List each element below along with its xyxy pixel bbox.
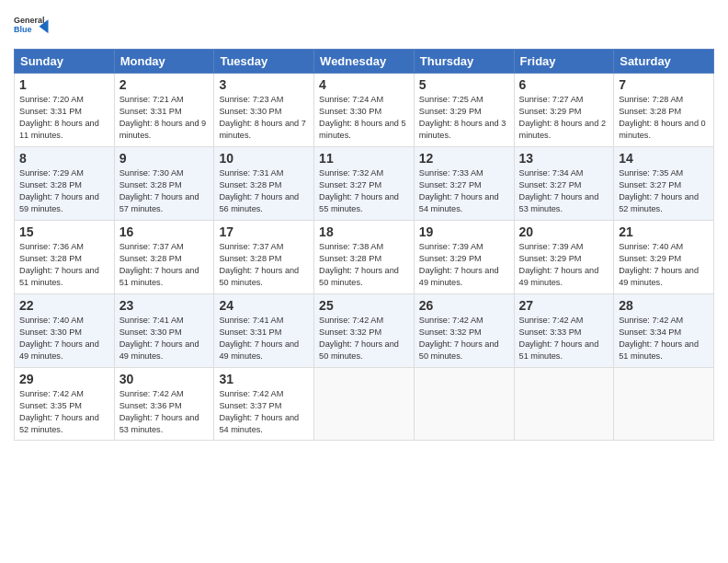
day-info: Sunrise: 7:25 AMSunset: 3:29 PMDaylight:… [419,94,509,142]
day-number: 25 [319,298,409,313]
day-info: Sunrise: 7:31 AMSunset: 3:28 PMDaylight:… [219,167,309,215]
day-info: Sunrise: 7:37 AMSunset: 3:28 PMDaylight:… [119,241,210,289]
svg-text:Blue: Blue [14,25,32,34]
day-number: 9 [119,151,210,166]
day-info: Sunrise: 7:42 AMSunset: 3:34 PMDaylight:… [619,315,709,362]
logo-svg: General Blue [14,9,51,41]
week-row-3: 15 Sunrise: 7:36 AMSunset: 3:28 PMDaylig… [15,221,714,294]
calendar-cell: 1 Sunrise: 7:20 AMSunset: 3:31 PMDayligh… [15,74,115,147]
calendar-cell: 31 Sunrise: 7:42 AMSunset: 3:37 PMDaylig… [214,368,314,441]
day-number: 4 [319,77,409,92]
day-info: Sunrise: 7:40 AMSunset: 3:29 PMDaylight:… [619,241,709,289]
calendar-cell: 27 Sunrise: 7:42 AMSunset: 3:33 PMDaylig… [514,294,614,368]
logo: General Blue [14,9,51,41]
day-info: Sunrise: 7:29 AMSunset: 3:28 PMDaylight:… [19,167,109,215]
calendar-cell [414,368,514,441]
week-row-2: 8 Sunrise: 7:29 AMSunset: 3:28 PMDayligh… [15,147,714,221]
calendar-cell: 22 Sunrise: 7:40 AMSunset: 3:30 PMDaylig… [15,294,115,368]
day-number: 19 [419,224,509,239]
day-number: 24 [219,298,309,313]
calendar-cell: 5 Sunrise: 7:25 AMSunset: 3:29 PMDayligh… [414,74,514,147]
day-info: Sunrise: 7:39 AMSunset: 3:29 PMDaylight:… [519,241,609,289]
calendar-cell: 4 Sunrise: 7:24 AMSunset: 3:30 PMDayligh… [314,74,415,147]
day-number: 17 [219,224,309,239]
calendar-cell [314,368,415,441]
page: General Blue SundayMondayTuesdayWednesda… [0,0,728,563]
day-number: 30 [119,372,210,386]
day-number: 11 [319,151,409,166]
day-info: Sunrise: 7:30 AMSunset: 3:28 PMDaylight:… [119,167,210,215]
day-info: Sunrise: 7:42 AMSunset: 3:36 PMDaylight:… [119,388,210,436]
day-number: 5 [419,77,509,92]
day-number: 14 [619,151,709,166]
day-number: 28 [619,298,709,313]
calendar-cell [614,368,714,441]
day-number: 13 [519,151,609,166]
calendar-cell: 6 Sunrise: 7:27 AMSunset: 3:29 PMDayligh… [514,74,614,147]
day-info: Sunrise: 7:24 AMSunset: 3:30 PMDaylight:… [319,94,409,142]
day-number: 3 [219,77,309,92]
calendar-cell: 21 Sunrise: 7:40 AMSunset: 3:29 PMDaylig… [614,221,714,294]
day-number: 26 [419,298,509,313]
calendar-cell: 26 Sunrise: 7:42 AMSunset: 3:32 PMDaylig… [414,294,514,368]
day-number: 2 [119,77,210,92]
weekday-header-tuesday: Tuesday [214,50,314,74]
calendar-cell: 12 Sunrise: 7:33 AMSunset: 3:27 PMDaylig… [414,147,514,221]
calendar-cell: 8 Sunrise: 7:29 AMSunset: 3:28 PMDayligh… [15,147,115,221]
day-number: 12 [419,151,509,166]
day-info: Sunrise: 7:36 AMSunset: 3:28 PMDaylight:… [19,241,109,289]
day-info: Sunrise: 7:42 AMSunset: 3:35 PMDaylight:… [19,388,109,436]
calendar-cell: 17 Sunrise: 7:37 AMSunset: 3:28 PMDaylig… [214,221,314,294]
day-info: Sunrise: 7:23 AMSunset: 3:30 PMDaylight:… [219,94,309,142]
calendar-cell: 16 Sunrise: 7:37 AMSunset: 3:28 PMDaylig… [114,221,214,294]
day-number: 18 [319,224,409,239]
calendar-cell: 23 Sunrise: 7:41 AMSunset: 3:30 PMDaylig… [114,294,214,368]
svg-text:General: General [14,16,45,25]
calendar-cell: 25 Sunrise: 7:42 AMSunset: 3:32 PMDaylig… [314,294,415,368]
calendar-cell: 30 Sunrise: 7:42 AMSunset: 3:36 PMDaylig… [114,368,214,441]
calendar-cell: 14 Sunrise: 7:35 AMSunset: 3:27 PMDaylig… [614,147,714,221]
calendar-cell: 9 Sunrise: 7:30 AMSunset: 3:28 PMDayligh… [114,147,214,221]
weekday-header-row: SundayMondayTuesdayWednesdayThursdayFrid… [15,50,714,74]
day-number: 16 [119,224,210,239]
weekday-header-monday: Monday [114,50,214,74]
day-info: Sunrise: 7:21 AMSunset: 3:31 PMDaylight:… [119,94,210,142]
calendar-cell [514,368,614,441]
calendar-cell: 18 Sunrise: 7:38 AMSunset: 3:28 PMDaylig… [314,221,415,294]
calendar-cell: 24 Sunrise: 7:41 AMSunset: 3:31 PMDaylig… [214,294,314,368]
calendar-cell: 11 Sunrise: 7:32 AMSunset: 3:27 PMDaylig… [314,147,415,221]
day-info: Sunrise: 7:33 AMSunset: 3:27 PMDaylight:… [419,167,509,215]
day-number: 15 [19,224,109,239]
calendar-cell: 13 Sunrise: 7:34 AMSunset: 3:27 PMDaylig… [514,147,614,221]
day-info: Sunrise: 7:20 AMSunset: 3:31 PMDaylight:… [19,94,109,142]
day-info: Sunrise: 7:35 AMSunset: 3:27 PMDaylight:… [619,167,709,215]
day-info: Sunrise: 7:41 AMSunset: 3:31 PMDaylight:… [219,315,309,362]
day-number: 20 [519,224,609,239]
calendar-cell: 29 Sunrise: 7:42 AMSunset: 3:35 PMDaylig… [15,368,115,441]
day-info: Sunrise: 7:32 AMSunset: 3:27 PMDaylight:… [319,167,409,215]
calendar-cell: 19 Sunrise: 7:39 AMSunset: 3:29 PMDaylig… [414,221,514,294]
calendar-cell: 7 Sunrise: 7:28 AMSunset: 3:28 PMDayligh… [614,74,714,147]
day-number: 6 [519,77,609,92]
week-row-4: 22 Sunrise: 7:40 AMSunset: 3:30 PMDaylig… [15,294,714,368]
calendar-cell: 2 Sunrise: 7:21 AMSunset: 3:31 PMDayligh… [114,74,214,147]
day-info: Sunrise: 7:37 AMSunset: 3:28 PMDaylight:… [219,241,309,289]
day-info: Sunrise: 7:41 AMSunset: 3:30 PMDaylight:… [119,315,210,362]
day-info: Sunrise: 7:28 AMSunset: 3:28 PMDaylight:… [619,94,709,142]
day-number: 10 [219,151,309,166]
week-row-5: 29 Sunrise: 7:42 AMSunset: 3:35 PMDaylig… [15,368,714,441]
day-info: Sunrise: 7:42 AMSunset: 3:37 PMDaylight:… [219,388,309,436]
calendar-cell: 10 Sunrise: 7:31 AMSunset: 3:28 PMDaylig… [214,147,314,221]
weekday-header-sunday: Sunday [15,50,115,74]
day-number: 8 [19,151,109,166]
calendar-cell: 15 Sunrise: 7:36 AMSunset: 3:28 PMDaylig… [15,221,115,294]
day-number: 7 [619,77,709,92]
day-info: Sunrise: 7:42 AMSunset: 3:32 PMDaylight:… [419,315,509,362]
day-number: 31 [219,372,309,386]
day-info: Sunrise: 7:42 AMSunset: 3:33 PMDaylight:… [519,315,609,362]
day-info: Sunrise: 7:42 AMSunset: 3:32 PMDaylight:… [319,315,409,362]
header: General Blue [14,9,714,41]
day-number: 29 [19,372,109,386]
weekday-header-saturday: Saturday [614,50,714,74]
weekday-header-thursday: Thursday [414,50,514,74]
